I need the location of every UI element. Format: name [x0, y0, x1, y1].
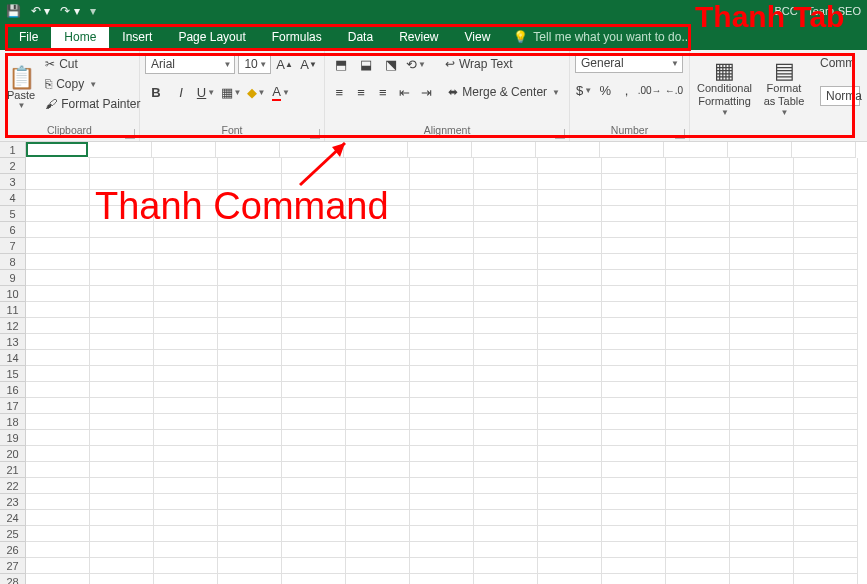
grid-cell[interactable] — [410, 558, 474, 574]
grid-cell[interactable] — [218, 430, 282, 446]
grid-cell[interactable] — [472, 142, 536, 158]
grid-cell[interactable] — [218, 494, 282, 510]
grid-cell[interactable] — [410, 526, 474, 542]
grid-cell[interactable] — [282, 414, 346, 430]
grid-cell[interactable] — [90, 302, 154, 318]
grid-cell[interactable] — [474, 350, 538, 366]
grid-cell[interactable] — [794, 446, 858, 462]
grid-cell[interactable] — [154, 206, 218, 222]
grid-cell[interactable] — [602, 270, 666, 286]
grid-cell[interactable] — [538, 430, 602, 446]
increase-indent-icon[interactable]: ⇥ — [417, 81, 436, 103]
grid-cell[interactable] — [730, 254, 794, 270]
grid-cell[interactable] — [410, 190, 474, 206]
number-dialog-launcher[interactable] — [675, 129, 685, 139]
grid-cell[interactable] — [410, 158, 474, 174]
grid-cell[interactable] — [282, 286, 346, 302]
grid-cell[interactable] — [602, 542, 666, 558]
grid-cell[interactable] — [282, 430, 346, 446]
grid-cell[interactable] — [602, 318, 666, 334]
grid-cell[interactable] — [474, 318, 538, 334]
grid-cell[interactable] — [346, 446, 410, 462]
font-dialog-launcher[interactable] — [310, 129, 320, 139]
grid-cell[interactable] — [538, 334, 602, 350]
grid-cell[interactable] — [410, 238, 474, 254]
grid-cell[interactable] — [730, 510, 794, 526]
grid-cell[interactable] — [282, 574, 346, 584]
grid-cell[interactable] — [216, 142, 280, 158]
grid-cell[interactable] — [730, 430, 794, 446]
grid-cell[interactable] — [602, 254, 666, 270]
grid-cell[interactable] — [154, 446, 218, 462]
grid-cell[interactable] — [90, 286, 154, 302]
tab-formulas[interactable]: Formulas — [259, 24, 335, 50]
grid-cell[interactable] — [410, 462, 474, 478]
grid-cell[interactable] — [282, 158, 346, 174]
grid-cell[interactable] — [26, 318, 90, 334]
grid-cell[interactable] — [218, 190, 282, 206]
grid-cell[interactable] — [602, 574, 666, 584]
undo-icon[interactable]: ↶ ▾ — [31, 4, 50, 18]
row-header[interactable]: 3 — [0, 174, 26, 190]
font-size-select[interactable]: 10▼ — [238, 54, 271, 74]
grid-cell[interactable] — [410, 254, 474, 270]
grid-cell[interactable] — [218, 222, 282, 238]
grid-cell[interactable] — [218, 206, 282, 222]
grid-cell[interactable] — [282, 270, 346, 286]
grid-cell[interactable] — [794, 222, 858, 238]
row-header[interactable]: 22 — [0, 478, 26, 494]
grid-cell[interactable] — [410, 206, 474, 222]
grid-cell[interactable] — [410, 318, 474, 334]
grid-cell[interactable] — [474, 494, 538, 510]
grid-cell[interactable] — [474, 430, 538, 446]
grid-cell[interactable] — [602, 158, 666, 174]
grid-cell[interactable] — [730, 270, 794, 286]
grid-cell[interactable] — [602, 526, 666, 542]
grid-cell[interactable] — [90, 350, 154, 366]
grid-cell[interactable] — [410, 478, 474, 494]
grid-cell[interactable] — [794, 494, 858, 510]
grid-cell[interactable] — [26, 494, 90, 510]
grid-cell[interactable] — [794, 270, 858, 286]
grid-cell[interactable] — [26, 526, 90, 542]
grid-cell[interactable] — [666, 206, 730, 222]
grid-cell[interactable] — [218, 286, 282, 302]
grid-cell[interactable] — [282, 334, 346, 350]
grid-cell[interactable] — [538, 558, 602, 574]
grid-cell[interactable] — [346, 430, 410, 446]
row-header[interactable]: 11 — [0, 302, 26, 318]
grid-cell[interactable] — [26, 286, 90, 302]
grid-cell[interactable] — [346, 174, 410, 190]
grid-cell[interactable] — [88, 142, 152, 158]
grid-cell[interactable] — [474, 478, 538, 494]
grid-cell[interactable] — [794, 510, 858, 526]
grid-cell[interactable] — [666, 462, 730, 478]
grid-cell[interactable] — [602, 446, 666, 462]
grid-cell[interactable] — [602, 430, 666, 446]
grid-cell[interactable] — [794, 286, 858, 302]
underline-button[interactable]: U▼ — [195, 81, 217, 103]
grid-cell[interactable] — [90, 398, 154, 414]
grid-cell[interactable] — [154, 190, 218, 206]
grid-cell[interactable] — [410, 542, 474, 558]
row-header[interactable]: 17 — [0, 398, 26, 414]
grid-cell[interactable] — [218, 366, 282, 382]
grid-cell[interactable] — [666, 494, 730, 510]
grid-cell[interactable] — [346, 478, 410, 494]
grid-cell[interactable] — [26, 382, 90, 398]
grid-cell[interactable] — [90, 206, 154, 222]
grid-cell[interactable] — [90, 574, 154, 584]
grid-cell[interactable] — [794, 238, 858, 254]
grid-cell[interactable] — [666, 478, 730, 494]
grid-cell[interactable] — [730, 558, 794, 574]
format-painter-button[interactable]: 🖌Format Painter — [41, 95, 144, 113]
grid-cell[interactable] — [410, 446, 474, 462]
grid-cell[interactable] — [794, 558, 858, 574]
grid-cell[interactable] — [666, 574, 730, 584]
orientation-icon[interactable]: ⟲▼ — [405, 53, 427, 75]
grid-cell[interactable] — [154, 478, 218, 494]
grid-cell[interactable] — [538, 382, 602, 398]
grid-cell[interactable] — [730, 462, 794, 478]
italic-button[interactable]: I — [170, 81, 192, 103]
grid-cell[interactable] — [154, 398, 218, 414]
